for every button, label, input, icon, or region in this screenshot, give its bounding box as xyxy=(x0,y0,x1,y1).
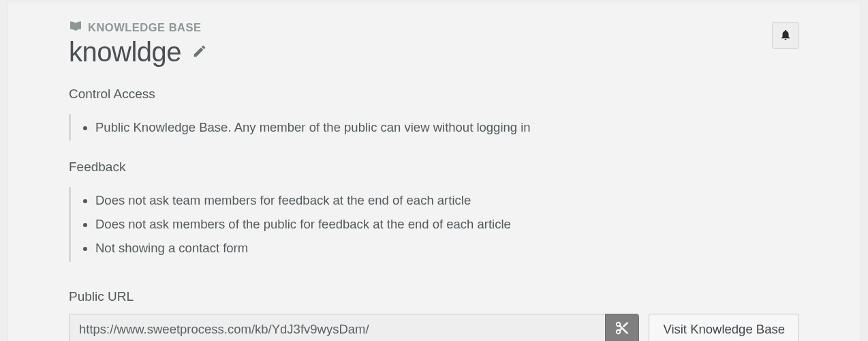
public-url-heading: Public URL xyxy=(69,289,799,304)
scissors-icon xyxy=(615,321,630,338)
control-access-heading: Control Access xyxy=(69,87,799,102)
public-url-input[interactable] xyxy=(69,314,605,341)
visit-knowledge-base-button[interactable]: Visit Knowledge Base xyxy=(649,314,799,341)
notifications-button[interactable] xyxy=(772,22,799,49)
bell-icon xyxy=(779,29,792,43)
breadcrumb-label: KNOWLEDGE BASE xyxy=(88,21,202,34)
edit-title-button[interactable] xyxy=(189,41,210,63)
list-item: Not showing a contact form xyxy=(95,236,799,260)
book-icon xyxy=(69,20,82,34)
list-item: Does not ask team members for feedback a… xyxy=(95,188,799,212)
breadcrumb[interactable]: KNOWLEDGE BASE xyxy=(69,20,799,34)
list-item: Does not ask members of the public for f… xyxy=(95,212,799,236)
copy-url-button[interactable] xyxy=(605,314,639,341)
page-title: knowldge xyxy=(69,37,181,68)
feedback-block: Does not ask team members for feedback a… xyxy=(69,187,799,261)
control-access-block: Public Knowledge Base. Any member of the… xyxy=(69,114,799,140)
pencil-icon xyxy=(192,44,207,61)
feedback-heading: Feedback xyxy=(69,160,799,175)
list-item: Public Knowledge Base. Any member of the… xyxy=(95,115,799,139)
